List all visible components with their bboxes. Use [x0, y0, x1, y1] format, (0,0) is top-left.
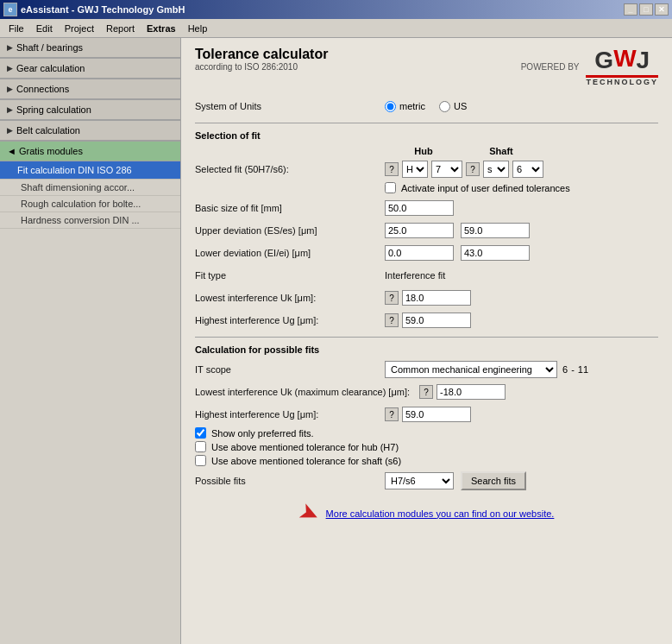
close-button[interactable]: ✕	[655, 3, 669, 16]
window-title: eAssistant - GWJ Technology GmbH	[21, 4, 185, 15]
rough-calc-label: Rough calculation for bolte...	[21, 199, 141, 209]
upper-dev-hub-input[interactable]	[385, 223, 454, 238]
sidebar-item-shaft-dimensioning[interactable]: Shaft dimensioning accor...	[0, 180, 180, 196]
chevron-right-icon-3: ▶	[7, 85, 13, 93]
show-preferred-checkbox[interactable]	[195, 427, 206, 439]
sidebar-label-spring: Spring calculation	[16, 104, 91, 115]
maximize-button[interactable]: □	[639, 3, 653, 16]
show-preferred-label: Show only preferred fits.	[211, 428, 314, 439]
sidebar-label-connections: Connections	[16, 84, 69, 94]
us-label: US	[454, 101, 467, 111]
more-calc-link[interactable]: More calculation modules you can find on…	[326, 508, 555, 519]
us-radio[interactable]: US	[439, 101, 467, 112]
it-range-start: 6	[562, 364, 568, 375]
lower-dev-shaft-input[interactable]	[461, 245, 530, 261]
chevron-right-icon: ▶	[7, 43, 13, 52]
page-title: Tolerance calculator	[195, 47, 328, 62]
sidebar-label-shaft: Shaft / bearings	[16, 42, 83, 53]
sidebar-item-belt[interactable]: ▶ Belt calculation	[0, 121, 180, 141]
sidebar-item-connections[interactable]: ▶ Connections	[0, 79, 180, 99]
menu-extras[interactable]: Extras	[141, 22, 181, 35]
menu-help[interactable]: Help	[183, 22, 213, 35]
upper-deviation-row: Upper deviation (ES/es) [μm]	[195, 221, 658, 240]
sidebar-item-hardness[interactable]: Hardness conversion DIN ...	[0, 212, 180, 229]
basic-size-label: Basic size of fit [mm]	[195, 203, 385, 213]
highest-interference2-label: Highest interference Ug [μm]:	[195, 409, 385, 420]
metric-label: metric	[399, 101, 425, 111]
sidebar-item-rough-calc[interactable]: Rough calculation for bolte...	[0, 196, 180, 212]
show-preferred-row: Show only preferred fits.	[195, 427, 658, 439]
selected-fit-row: Selected fit (50H7/s6): ? H 7 ? s 6	[195, 160, 658, 179]
sidebar-gratis-header[interactable]: ◄ Gratis modules	[0, 142, 180, 161]
arrow-icon: ➤	[294, 496, 324, 531]
basic-size-input[interactable]	[385, 200, 454, 216]
shaft-letter-select[interactable]: s	[483, 161, 509, 178]
menu-bar: File Edit Project Report Extras Help	[0, 19, 672, 38]
lower-deviation-row: Lower deviation (EI/ei) [μm]	[195, 243, 658, 262]
selection-of-fit-title: Selection of fit	[195, 130, 658, 141]
use-hub-tolerance-row: Use above mentioned tolerance for hub (H…	[195, 441, 658, 452]
use-hub-tolerance-label: Use above mentioned tolerance for hub (H…	[211, 442, 399, 452]
gratis-label: ◄ Gratis modules	[7, 146, 83, 156]
activate-tolerance-checkbox[interactable]	[385, 182, 396, 193]
title-bar: e eAssistant - GWJ Technology GmbH _ □ ✕	[0, 0, 672, 19]
use-shaft-tolerance-checkbox[interactable]	[195, 455, 206, 466]
sidebar-item-spring[interactable]: ▶ Spring calculation	[0, 100, 180, 120]
sidebar: ▶ Shaft / bearings ▶ Gear calculation ▶ …	[0, 38, 181, 644]
shaft-col-label: Shaft	[462, 146, 540, 156]
shaft-dim-label: Shaft dimensioning accor...	[21, 182, 135, 193]
lowest-interference2-input[interactable]	[436, 384, 506, 400]
page-subtitle: according to ISO 286:2010	[195, 62, 328, 72]
lower-dev-hub-input[interactable]	[385, 245, 454, 261]
shaft-number-select[interactable]: 6	[512, 161, 543, 178]
it-range-end: 11	[578, 364, 588, 375]
menu-file[interactable]: File	[3, 22, 29, 35]
possible-fits-select[interactable]: H7/s6	[385, 472, 454, 489]
activate-tolerance-label: Activate input of user defined tolerance…	[401, 183, 570, 193]
logo-j-char: J	[637, 47, 650, 74]
highest-interference2-help[interactable]: ?	[385, 407, 399, 421]
sidebar-group-shaft: ▶ Shaft / bearings	[0, 38, 180, 59]
metric-radio[interactable]: metric	[385, 101, 425, 112]
minimize-button[interactable]: _	[624, 3, 637, 16]
upper-dev-shaft-input[interactable]	[461, 223, 530, 238]
lowest-interference2-help[interactable]: ?	[419, 385, 433, 399]
lowest-interference-help[interactable]: ?	[385, 291, 399, 305]
lowest-interference-input[interactable]	[402, 290, 471, 306]
menu-edit[interactable]: Edit	[31, 22, 58, 35]
content-header: Tolerance calculator according to ISO 28…	[195, 47, 658, 86]
hub-help-button[interactable]: ?	[385, 162, 399, 176]
system-of-units-label: System of Units	[195, 101, 385, 111]
menu-report[interactable]: Report	[101, 22, 140, 35]
chevron-right-icon-5: ▶	[7, 126, 13, 135]
shaft-help-button[interactable]: ?	[466, 162, 480, 176]
sidebar-item-fit-calculation[interactable]: Fit calculation DIN ISO 286	[0, 161, 180, 180]
activate-tolerance-row: Activate input of user defined tolerance…	[385, 182, 658, 193]
hub-letter-select[interactable]: H	[402, 161, 428, 178]
lower-dev-label: Lower deviation (EI/ei) [μm]	[195, 248, 385, 258]
highest-interference-input[interactable]	[402, 313, 471, 328]
sidebar-item-shaft-bearings[interactable]: ▶ Shaft / bearings	[0, 38, 180, 58]
highest-interference-help[interactable]: ?	[385, 313, 399, 327]
fit-column-headers: Hub Shaft	[195, 146, 658, 156]
it-scope-select[interactable]: Common mechanical engineering	[385, 361, 557, 378]
lowest-interference2-row: Lowest interference Uk (maximum clearanc…	[195, 382, 658, 401]
hub-number-select[interactable]: 7	[431, 161, 462, 178]
sidebar-label-belt: Belt calculation	[16, 125, 80, 136]
sidebar-item-gear[interactable]: ▶ Gear calculation	[0, 59, 180, 79]
highest-interference-row: Highest interference Ug [μm]: ?	[195, 311, 658, 330]
metric-radio-input[interactable]	[385, 101, 396, 112]
gwj-logo: G W J TECHNOLOGY	[586, 47, 658, 86]
chevron-right-icon-2: ▶	[7, 64, 13, 73]
calc-possible-fits-title: Calculation for possible fits	[195, 344, 658, 355]
use-hub-tolerance-checkbox[interactable]	[195, 441, 206, 452]
content-area: Tolerance calculator according to ISO 28…	[181, 38, 672, 644]
search-fits-button[interactable]: Search fits	[461, 471, 526, 490]
content-title: Tolerance calculator according to ISO 28…	[195, 47, 328, 72]
menu-project[interactable]: Project	[60, 22, 99, 35]
it-scope-label: IT scope	[195, 364, 385, 375]
us-radio-input[interactable]	[439, 101, 450, 112]
highest-interference2-input[interactable]	[402, 407, 471, 422]
highest-interference2-row: Highest interference Ug [μm]: ?	[195, 405, 658, 424]
sidebar-group-belt: ▶ Belt calculation	[0, 121, 180, 142]
